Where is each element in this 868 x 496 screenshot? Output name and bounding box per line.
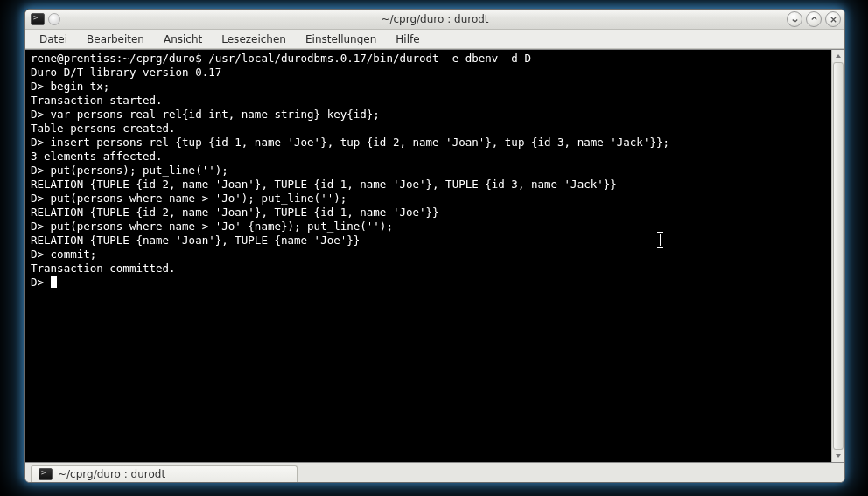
scroll-thumb[interactable]: [833, 62, 844, 450]
menubar: Datei Bearbeiten Ansicht Lesezeichen Ein…: [25, 30, 844, 49]
terminal-output[interactable]: rene@prentiss:~/cprg/duro$ /usr/local/du…: [25, 50, 831, 462]
app-icon: [31, 13, 45, 25]
terminal-window: ~/cprg/duro : durodt Datei Bearbeiten An…: [24, 9, 845, 483]
tabbar: ~/cprg/duro : durodt: [25, 463, 844, 482]
close-button[interactable]: [825, 11, 841, 27]
menu-bearbeiten[interactable]: Bearbeiten: [78, 31, 153, 47]
menu-einstellungen[interactable]: Einstellungen: [297, 31, 385, 47]
tab-durodt[interactable]: ~/cprg/duro : durodt: [31, 465, 298, 482]
tab-label: ~/cprg/duro : durodt: [58, 468, 165, 480]
cursor-block: [51, 276, 57, 288]
menu-ansicht[interactable]: Ansicht: [155, 31, 211, 47]
pin-button[interactable]: [48, 13, 60, 25]
scroll-up-arrow[interactable]: [832, 50, 844, 62]
scrollbar[interactable]: [831, 50, 844, 462]
text-caret-icon: [660, 234, 661, 248]
scroll-track[interactable]: [832, 62, 844, 450]
menu-datei[interactable]: Datei: [31, 31, 76, 47]
minimize-button[interactable]: [787, 11, 802, 27]
scroll-down-arrow[interactable]: [832, 450, 844, 462]
titlebar[interactable]: ~/cprg/duro : durodt: [25, 10, 844, 30]
menu-hilfe[interactable]: Hilfe: [387, 31, 428, 47]
terminal-icon: [38, 468, 52, 480]
maximize-button[interactable]: [806, 11, 822, 27]
menu-lesezeichen[interactable]: Lesezeichen: [213, 31, 295, 47]
window-title: ~/cprg/duro : durodt: [381, 13, 488, 25]
